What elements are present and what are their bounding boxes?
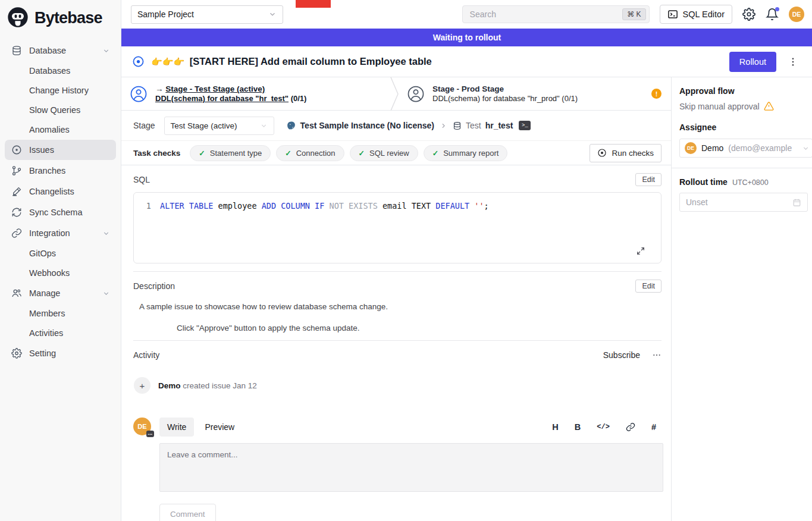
sidebar-item-members[interactable]: Members <box>5 304 116 323</box>
run-target-icon <box>597 148 607 158</box>
issue-open-icon <box>132 55 145 68</box>
sidebar-item-change-history[interactable]: Change History <box>5 81 116 100</box>
code-format-icon[interactable]: </> <box>597 423 610 431</box>
comment-submit-button[interactable]: Comment <box>159 504 216 521</box>
run-checks-label: Run checks <box>612 149 654 158</box>
sidebar-item-database[interactable]: Database <box>5 40 116 61</box>
search-input[interactable] <box>469 9 623 20</box>
topbar-actions: ⌘ K SQL Editor DE <box>462 5 804 24</box>
sql-token: employee <box>218 201 262 211</box>
activity-action: created issue Jan 12 <box>183 381 257 390</box>
stage-card-prod[interactable]: Stage - Prod Stage DDL(schema) for datab… <box>399 77 671 110</box>
database-name[interactable]: hr_test <box>485 121 513 130</box>
pencil-edit-icon <box>11 186 23 197</box>
settings-gear-icon[interactable] <box>742 8 755 21</box>
check-pill-summary-report[interactable]: ✓ Summary report <box>424 145 508 161</box>
description-paragraph: A sample issue to showcase how to review… <box>139 302 661 311</box>
avatar-initials: DE <box>137 423 146 430</box>
comment-editor: DE ••• Write Preview H B </> <box>133 418 661 521</box>
approval-flow-value: Skip manual approval <box>679 101 812 111</box>
check-pill-label: Statement type <box>210 149 262 158</box>
sidebar-item-label: Databases <box>29 66 70 76</box>
sidebar-nav: Database Databases Change History Slow Q… <box>0 33 121 363</box>
hash-format-icon[interactable]: # <box>651 422 656 432</box>
subscribe-button[interactable]: Subscribe <box>603 350 640 360</box>
assignee-avatar: DE <box>685 142 697 154</box>
stage-card-test[interactable]: → Stage - Test Stage (active) DDL(schema… <box>121 77 390 110</box>
rollout-time-picker[interactable]: Unset <box>679 193 808 212</box>
check-pass-icon: ✓ <box>432 149 438 158</box>
stage-task-text: DDL(schema) for database "hr_test" <box>155 94 289 103</box>
stage-select-dropdown[interactable]: Test Stage (active) <box>164 117 274 135</box>
check-pill-connection[interactable]: ✓ Connection <box>276 145 344 161</box>
check-pass-icon: ✓ <box>285 149 291 158</box>
comment-textarea[interactable] <box>159 443 663 492</box>
sidebar-item-activities[interactable]: Activities <box>5 324 116 343</box>
notification-dot <box>775 7 779 11</box>
sql-token: '' <box>474 201 484 211</box>
sidebar-item-databases[interactable]: Databases <box>5 61 116 80</box>
search-shortcut-badge: ⌘ K <box>622 8 645 20</box>
description-section: Description Edit A sample issue to showc… <box>121 272 671 341</box>
calendar-icon <box>792 198 801 207</box>
open-sql-editor-icon[interactable]: >_ <box>519 121 531 130</box>
warning-triangle-icon <box>764 101 774 111</box>
assignee-name: Demo <box>701 143 723 153</box>
tab-preview[interactable]: Preview <box>197 418 242 437</box>
sidebar-item-sync-schema[interactable]: Sync Schema <box>5 202 116 222</box>
chevron-down-icon <box>102 290 110 297</box>
activity-section-title: Activity <box>133 350 159 360</box>
check-pill-sql-review[interactable]: ✓ SQL review <box>350 145 418 161</box>
sidebar-item-manage[interactable]: Manage <box>5 283 116 303</box>
check-pill-statement-type[interactable]: ✓ Statement type <box>190 145 271 161</box>
task-checks-row: Task checks ✓ Statement type ✓ Connectio… <box>121 140 671 165</box>
sidebar-item-changelists[interactable]: Changelists <box>5 181 116 202</box>
sidebar-item-label: Database <box>29 46 66 55</box>
project-select[interactable]: Sample Project <box>131 5 283 24</box>
sql-editor-button[interactable]: SQL Editor <box>660 5 732 24</box>
description-edit-button[interactable]: Edit <box>635 280 661 293</box>
sql-code-editor[interactable]: 1 ALTER TABLE employee ADD COLUMN IF NOT… <box>133 192 661 263</box>
check-pill-label: Connection <box>296 149 336 158</box>
assignee-select-dropdown[interactable]: DE Demo (demo@example <box>679 139 812 158</box>
sidebar-item-slow-queries[interactable]: Slow Queries <box>5 101 116 120</box>
sql-edit-button[interactable]: Edit <box>635 173 661 186</box>
stage-card-text: Stage - Prod Stage DDL(schema) for datab… <box>432 84 578 103</box>
activity-author[interactable]: Demo <box>158 381 181 390</box>
heading-format-icon[interactable]: H <box>552 422 558 432</box>
check-pass-icon: ✓ <box>359 149 365 158</box>
chevron-down-icon <box>102 230 110 237</box>
notification-bell-icon[interactable] <box>766 8 779 21</box>
tab-write[interactable]: Write <box>159 418 194 437</box>
description-section-title: Description <box>133 281 175 291</box>
chevron-right-icon <box>440 122 447 130</box>
stage-cards: → Stage - Test Stage (active) DDL(schema… <box>121 77 671 111</box>
check-pill-label: SQL review <box>369 149 409 158</box>
approval-flow-title: Approval flow <box>679 86 812 96</box>
sidebar-item-branches[interactable]: Branches <box>5 161 116 181</box>
sidebar-item-issues[interactable]: Issues <box>5 140 116 160</box>
expand-fullscreen-icon[interactable] <box>636 246 645 256</box>
sql-token: ALTER TABLE <box>160 201 218 211</box>
sidebar-item-gitops[interactable]: GitOps <box>5 244 116 263</box>
bytebase-logo[interactable]: Bytebase <box>0 0 121 33</box>
rollout-button[interactable]: Rollout <box>729 52 776 72</box>
sidebar-item-webhooks[interactable]: Webhooks <box>5 263 116 283</box>
activity-more-kebab-icon[interactable] <box>652 350 661 360</box>
link-format-icon[interactable] <box>626 422 635 432</box>
sidebar-item-integration[interactable]: Integration <box>5 223 116 243</box>
bold-format-icon[interactable]: B <box>575 422 581 432</box>
run-checks-button[interactable]: Run checks <box>590 144 661 162</box>
user-avatar[interactable]: DE <box>789 7 804 22</box>
more-options-kebab-icon[interactable] <box>783 57 803 67</box>
circle-dot-icon <box>11 144 23 156</box>
stage-name: → Stage - Test Stage (active) <box>155 84 306 93</box>
task-checks-label: Task checks <box>133 149 180 158</box>
instance-name[interactable]: Test Sample Instance (No license) <box>300 121 434 130</box>
chevron-down-icon <box>268 10 277 18</box>
issue-sidebar: Approval flow Skip manual approval Assig… <box>671 77 812 521</box>
sidebar-item-anomalies[interactable]: Anomalies <box>5 120 116 139</box>
database-breadcrumb: Test Sample Instance (No license) Test h… <box>286 121 531 131</box>
sidebar-item-setting[interactable]: Setting <box>5 343 116 363</box>
search-box[interactable]: ⌘ K <box>462 5 650 23</box>
